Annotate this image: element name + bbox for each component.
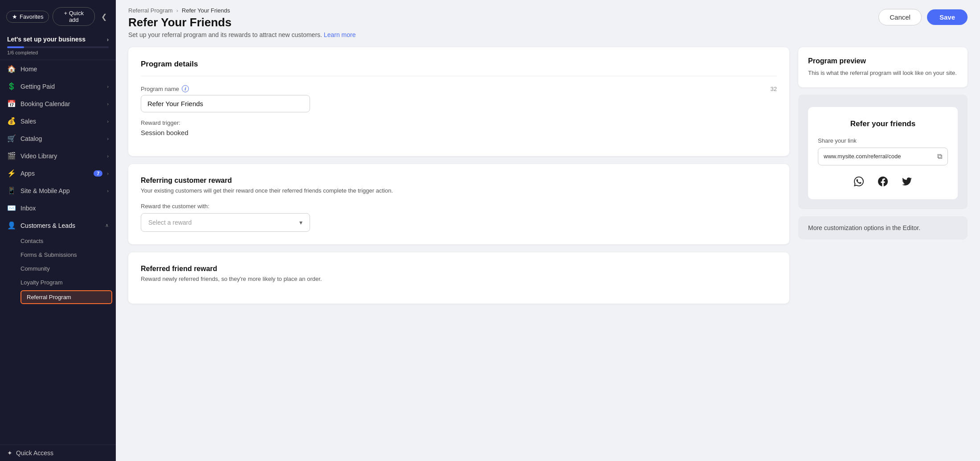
- chevron-right-icon: ›: [107, 119, 109, 124]
- learn-more-link[interactable]: Learn more: [324, 31, 356, 38]
- sidebar-item-site-mobile[interactable]: 📱 Site & Mobile App ›: [0, 182, 116, 199]
- customers-sub-menu: Contacts Forms & Submissions Community L…: [0, 234, 116, 305]
- select-reward-dropdown[interactable]: Select a reward ▾: [141, 213, 310, 232]
- quick-add-button[interactable]: + Quick add: [53, 7, 95, 26]
- breadcrumb-parent: Referral Program: [128, 7, 173, 14]
- sidebar-item-video-library[interactable]: 🎬 Video Library ›: [0, 147, 116, 165]
- breadcrumb: Referral Program › Refer Your Friends: [128, 7, 355, 14]
- main-content: Referral Program › Refer Your Friends Re…: [116, 0, 980, 461]
- left-panel: Program details Program name i 32 Reward…: [128, 47, 789, 452]
- sidebar-item-getting-paid[interactable]: 💲 Getting Paid ›: [0, 78, 116, 95]
- calendar-icon: 📅: [7, 99, 16, 108]
- right-panel: Program preview This is what the referra…: [798, 47, 968, 452]
- facebook-icon[interactable]: [875, 173, 891, 189]
- customization-text: More customization options in the Editor…: [808, 224, 958, 231]
- topbar: Referral Program › Refer Your Friends Re…: [116, 0, 980, 38]
- content-area: Program details Program name i 32 Reward…: [116, 38, 980, 461]
- select-reward-placeholder: Select a reward: [148, 219, 192, 226]
- reward-trigger-label: Reward trigger:: [141, 119, 180, 126]
- chevron-right-icon: ›: [107, 153, 109, 159]
- customization-card: More customization options in the Editor…: [798, 216, 968, 239]
- sidebar-item-loyalty-program[interactable]: Loyalty Program: [20, 276, 116, 289]
- sidebar-item-catalog[interactable]: 🛒 Catalog ›: [0, 130, 116, 147]
- whatsapp-icon[interactable]: [851, 173, 867, 189]
- program-preview-card: Program preview This is what the referra…: [798, 47, 968, 87]
- widget-title: Refer your friends: [818, 119, 948, 128]
- page-subtitle: Set up your referral program and its rew…: [128, 31, 355, 38]
- chevron-right-icon: ›: [107, 136, 109, 141]
- program-name-field: Program name i 32: [141, 85, 777, 112]
- apps-badge: 7: [94, 170, 102, 177]
- preview-title: Program preview: [808, 57, 958, 65]
- sidebar-item-referral-program[interactable]: Referral Program: [20, 290, 112, 304]
- copy-icon[interactable]: ⧉: [937, 152, 942, 161]
- favorites-label: Favorites: [20, 13, 43, 20]
- customers-icon: 👤: [7, 221, 16, 230]
- twitter-icon[interactable]: [899, 173, 915, 189]
- preview-desc: This is what the referral program will l…: [808, 69, 958, 78]
- referring-reward-title: Referring customer reward: [141, 177, 777, 185]
- progress-fill: [7, 46, 24, 48]
- video-icon: 🎬: [7, 152, 16, 160]
- program-preview-widget: Refer your friends Share your link www.m…: [798, 95, 968, 209]
- referring-reward-card: Referring customer reward Your existing …: [128, 164, 789, 244]
- chevron-right-icon: ›: [107, 171, 109, 176]
- char-count: 32: [771, 86, 777, 92]
- sidebar-item-community[interactable]: Community: [20, 262, 116, 276]
- referred-friend-card: Referred friend reward Reward newly refe…: [128, 252, 789, 304]
- share-link-text: www.mysite.com/referral/code: [824, 153, 934, 160]
- cancel-button[interactable]: Cancel: [878, 9, 922, 25]
- sidebar-item-inbox[interactable]: ✉️ Inbox: [0, 199, 116, 217]
- sidebar-item-apps[interactable]: ⚡ Apps 7 ›: [0, 165, 116, 182]
- sidebar-item-booking-calendar[interactable]: 📅 Booking Calendar ›: [0, 95, 116, 112]
- program-name-input[interactable]: [141, 95, 310, 112]
- widget-inner: Refer your friends Share your link www.m…: [808, 107, 958, 199]
- topbar-actions: Cancel Save: [878, 7, 968, 25]
- program-details-card: Program details Program name i 32 Reward…: [128, 47, 789, 156]
- save-button[interactable]: Save: [927, 9, 968, 25]
- favorites-button[interactable]: ★ Favorites: [6, 11, 49, 23]
- sidebar-item-forms-submissions[interactable]: Forms & Submissions: [20, 248, 116, 262]
- chevron-down-icon: ∧: [105, 222, 109, 228]
- page-title: Refer Your Friends: [128, 16, 355, 29]
- chevron-right-icon: ›: [107, 36, 109, 43]
- header-left: Referral Program › Refer Your Friends Re…: [128, 7, 355, 38]
- sidebar-item-sales[interactable]: 💰 Sales ›: [0, 112, 116, 130]
- social-icons: [818, 173, 948, 189]
- home-icon: 🏠: [7, 65, 16, 73]
- program-name-label-row: Program name i 32: [141, 85, 777, 92]
- quick-access-icon: ✦: [7, 449, 12, 457]
- sidebar-collapse-button[interactable]: ❮: [98, 11, 110, 23]
- sidebar: ★ Favorites + Quick add ❮ Let's set up y…: [0, 0, 116, 461]
- chevron-right-icon: ›: [107, 101, 109, 107]
- sales-icon: 💰: [7, 117, 16, 125]
- business-setup: Let's set up your business › 1/6 complet…: [0, 30, 116, 60]
- sidebar-top: ★ Favorites + Quick add ❮: [0, 0, 116, 30]
- apps-icon: ⚡: [7, 169, 16, 177]
- progress-text: 1/6 completed: [7, 50, 109, 55]
- sidebar-item-home[interactable]: 🏠 Home: [0, 60, 116, 78]
- progress-bar: [7, 46, 109, 48]
- reward-trigger-field: Reward trigger: Session booked: [141, 119, 777, 136]
- reward-trigger-value: Session booked: [141, 129, 777, 136]
- sidebar-item-customers-leads[interactable]: 👤 Customers & Leads ∧: [0, 217, 116, 234]
- sidebar-item-contacts[interactable]: Contacts: [20, 234, 116, 248]
- referring-reward-desc: Your existing customers will get their r…: [141, 187, 777, 194]
- star-icon: ★: [12, 13, 17, 20]
- reward-with-label: Reward the customer with:: [141, 203, 777, 210]
- breadcrumb-separator: ›: [176, 7, 178, 14]
- breadcrumb-current: Refer Your Friends: [182, 7, 230, 14]
- program-details-title: Program details: [141, 60, 777, 76]
- share-label: Share your link: [818, 137, 948, 144]
- chevron-right-icon: ›: [107, 188, 109, 193]
- dollar-icon: 💲: [7, 82, 16, 91]
- quick-access-item[interactable]: ✦ Quick Access: [0, 445, 116, 461]
- referred-reward-desc: Reward newly referred friends, so they'r…: [141, 276, 777, 282]
- info-icon: i: [182, 85, 189, 92]
- program-name-label: Program name: [141, 86, 179, 92]
- quick-add-label: + Quick add: [58, 10, 89, 23]
- business-title: Let's set up your business ›: [7, 36, 109, 43]
- quick-access-label: Quick Access: [16, 449, 53, 457]
- mobile-icon: 📱: [7, 186, 16, 195]
- inbox-icon: ✉️: [7, 204, 16, 212]
